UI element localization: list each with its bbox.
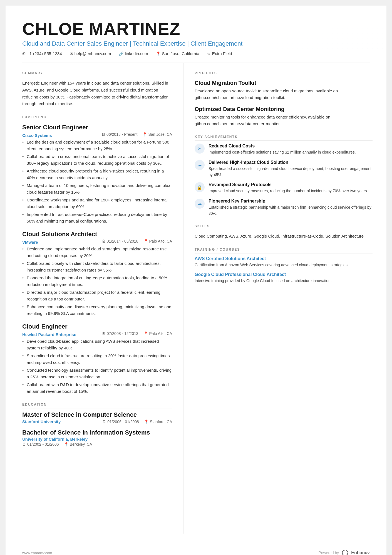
achievement-4-content: Pioneered Key Partnership Established a … <box>209 199 373 216</box>
training-2-desc: Intensive training provided by Google Cl… <box>195 278 373 284</box>
achievement-3-title: Revamped Security Protocols <box>209 182 368 187</box>
pin-icon-edu1: 📍 <box>144 420 149 424</box>
experience-section: EXPERIENCE Senior Cloud Engineer Cisco S… <box>22 115 172 395</box>
tagline: Cloud and Data Center Sales Engineer | T… <box>22 40 370 47</box>
skills-label: SKILLS <box>195 224 373 230</box>
email-value: help@enhancv.com <box>75 51 111 56</box>
achievement-1-desc: Implemented cost-effective solutions sav… <box>209 149 356 156</box>
candidate-name: CHLOE MARTINEZ <box>22 19 370 38</box>
linkedin-contact: 🔗 linkedin.com <box>119 51 148 56</box>
summary-label: SUMMARY <box>22 71 172 77</box>
achievement-4-title: Pioneered Key Partnership <box>209 199 373 204</box>
education-label: EDUCATION <box>22 403 172 408</box>
extra-contact: ☆ Extra Field <box>207 51 232 56</box>
achievement-2-title: Delivered High-Impact Cloud Solution <box>209 160 373 165</box>
project-2-desc: Created monitoring tools for enhanced da… <box>195 114 373 127</box>
achievement-2-desc: Spearheaded a successful high-demand clo… <box>209 166 373 178</box>
achievement-3: 🔒 Revamped Security Protocols Improved c… <box>195 182 373 194</box>
experience-label: EXPERIENCE <box>22 115 172 121</box>
linkedin-icon: 🔗 <box>119 51 123 56</box>
job-3-company: Hewlett Packard Enterprise <box>22 332 76 337</box>
pin-icon-edu2: 📍 <box>64 442 69 447</box>
job-1-bullet-1: Led the design and deployment of a scala… <box>22 139 172 152</box>
pin-icon-2: 📍 <box>143 239 148 243</box>
calendar-icon-1: 🗓 <box>101 132 105 137</box>
edu-1: Master of Science in Computer Science St… <box>22 411 172 424</box>
achievement-1: ✂ Reduced Cloud Costs Implemented cost-e… <box>195 144 373 156</box>
training-2-title: Google Cloud Professional Cloud Architec… <box>195 272 373 277</box>
achievement-4: ☁ Pioneered Key Partnership Established … <box>195 199 373 216</box>
job-3-bullet-4: Collaborated with R&D to develop innovat… <box>22 381 172 395</box>
training-1-title: AWS Certified Solutions Architect <box>195 256 373 261</box>
achievement-2-icon: ☁ <box>195 160 205 170</box>
job-1-bullet-6: Implemented Infrastructure-as-Code pract… <box>22 211 172 225</box>
achievement-1-icon: ✂ <box>195 144 205 154</box>
job-2-meta: 🗓 01/2014 - 05/2018 📍 Palo Alto, CA <box>102 239 172 243</box>
job-2-title: Cloud Solutions Architect <box>22 231 172 238</box>
training-2: Google Cloud Professional Cloud Architec… <box>195 272 373 284</box>
left-column: SUMMARY Energetic Engineer with 15+ year… <box>6 63 183 534</box>
projects-section: PROJECTS Cloud Migration Toolkit Develop… <box>195 71 373 127</box>
linkedin-value: linkedin.com <box>125 51 148 56</box>
resume-page: CHLOE MARTINEZ Cloud and Data Center Sal… <box>6 6 386 555</box>
summary-section: SUMMARY Energetic Engineer with 15+ year… <box>22 71 172 107</box>
job-1-company: Cisco Systems <box>22 133 52 138</box>
edu-2-meta: 🗓 01/2002 - 01/2006 📍 Berkeley, CA <box>22 442 172 447</box>
calendar-icon-edu2: 🗓 <box>22 442 26 447</box>
education-section: EDUCATION Master of Science in Computer … <box>22 403 172 447</box>
pin-icon-3: 📍 <box>143 331 148 336</box>
job-3-title: Cloud Engineer <box>22 323 172 330</box>
phone-contact: ✆ +1-(234)-555-1234 <box>22 51 62 56</box>
footer-logo: Powered by Enhancv <box>318 549 370 555</box>
achievement-4-desc: Established a strategic partnership with… <box>209 204 373 216</box>
job-2-bullets: Designed and implemented hybrid cloud st… <box>22 246 172 317</box>
job-2-location: 📍 Palo Alto, CA <box>143 239 172 243</box>
projects-label: PROJECTS <box>195 71 373 77</box>
header-section: CHLOE MARTINEZ Cloud and Data Center Sal… <box>6 6 386 63</box>
email-icon: ✉ <box>70 51 73 56</box>
location-value: San Jose, California <box>162 51 199 56</box>
project-2-title: Optimized Data Center Monitoring <box>195 106 373 112</box>
footer: www.enhancv.com Powered by Enhancv <box>6 545 386 555</box>
email-contact: ✉ help@enhancv.com <box>70 51 111 56</box>
phone-icon: ✆ <box>22 51 26 56</box>
footer-website: www.enhancv.com <box>22 551 52 555</box>
summary-text: Energetic Engineer with 15+ years in clo… <box>22 80 172 107</box>
edu-2-school: University of California, Berkeley <box>22 437 172 441</box>
edu-2-location: 📍 Berkeley, CA <box>64 442 92 447</box>
project-1: Cloud Migration Toolkit Developed an ope… <box>195 80 373 101</box>
job-1-bullet-3: Architected cloud security protocols for… <box>22 168 172 181</box>
job-2-bullet-3: Pioneered the integration of cutting-edg… <box>22 275 172 288</box>
edu-1-location: 📍 Stanford, CA <box>144 420 172 424</box>
achievement-3-desc: Improved cloud security measures, reduci… <box>209 188 368 194</box>
training-section: TRAINING / COURSES AWS Certified Solutio… <box>195 248 373 284</box>
job-1-meta: 🗓 06/2018 - Present 📍 San Jose, CA <box>101 132 172 137</box>
location-icon: 📍 <box>156 51 161 56</box>
right-column: PROJECTS Cloud Migration Toolkit Develop… <box>183 63 386 534</box>
job-2-dates: 🗓 01/2014 - 05/2018 <box>102 239 138 243</box>
job-1-dates: 🗓 06/2018 - Present <box>101 132 137 137</box>
contact-bar: ✆ +1-(234)-555-1234 ✉ help@enhancv.com 🔗… <box>22 51 370 56</box>
achievement-3-icon: 🔒 <box>195 182 205 192</box>
job-1-title: Senior Cloud Engineer <box>22 124 172 131</box>
skills-section: SKILLS Cloud Computing, AWS, Azure, Goog… <box>195 224 373 240</box>
job-3-bullet-1: Developed cloud-based applications using… <box>22 338 172 351</box>
job-1-bullet-5: Coordinated workshops and training for 1… <box>22 197 172 210</box>
achievement-1-title: Reduced Cloud Costs <box>209 144 356 149</box>
enhancv-logo-icon <box>341 549 349 555</box>
job-3-meta: 🗓 07/2008 - 12/2013 📍 Palo Alto, CA <box>102 331 172 336</box>
edu-1-dates: 🗓 01/2006 - 01/2008 <box>102 420 139 424</box>
job-2-bullet-5: Enhanced continuity and disaster recover… <box>22 304 172 317</box>
job-2-bullet-4: Directed a major cloud transformation pr… <box>22 289 172 302</box>
project-2: Optimized Data Center Monitoring Created… <box>195 106 373 127</box>
skills-text: Cloud Computing, AWS, Azure, Google Clou… <box>195 233 373 240</box>
calendar-icon-2: 🗓 <box>102 239 106 243</box>
training-label: TRAINING / COURSES <box>195 248 373 253</box>
job-1-bullets: Led the design and deployment of a scala… <box>22 139 172 225</box>
calendar-icon-3: 🗓 <box>102 331 106 336</box>
achievement-2: ☁ Delivered High-Impact Cloud Solution S… <box>195 160 373 178</box>
job-1-bullet-4: Managed a team of 10 engineers, fosterin… <box>22 182 172 196</box>
achievements-section: KEY ACHIEVEMENTS ✂ Reduced Cloud Costs I… <box>195 135 373 216</box>
project-1-desc: Developed an open-source toolkit to stre… <box>195 88 373 101</box>
edu-1-meta: 🗓 01/2006 - 01/2008 📍 Stanford, CA <box>102 420 172 424</box>
